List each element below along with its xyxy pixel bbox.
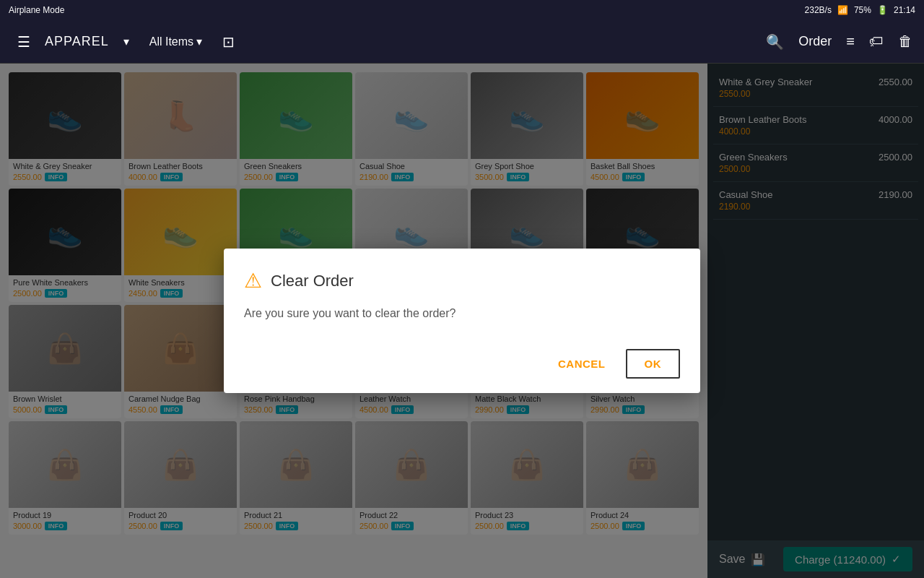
time: 21:14 — [894, 5, 915, 15]
ok-button[interactable]: OK — [626, 349, 681, 379]
warning-icon: ⚠ — [244, 269, 262, 293]
list-icon[interactable]: ≡ — [846, 33, 855, 50]
clear-order-dialog: ⚠ Clear Order Are you sure you want to c… — [224, 249, 700, 393]
all-items-dropdown[interactable]: All Items ▾ — [149, 35, 202, 48]
search-icon[interactable]: 🔍 — [766, 33, 784, 51]
order-label: Order — [798, 34, 832, 49]
photo-icon[interactable]: ⊡ — [222, 33, 235, 51]
status-bar: Airplane Mode 232B/s 📶 75% 🔋 21:14 — [0, 0, 924, 20]
status-bar-right: 232B/s 📶 75% 🔋 21:14 — [805, 5, 915, 15]
cancel-button[interactable]: CANCEL — [544, 349, 620, 379]
dialog-title-row: ⚠ Clear Order — [244, 269, 680, 293]
dialog-actions: CANCEL OK — [244, 349, 680, 379]
airplane-mode-label: Airplane Mode — [9, 5, 64, 15]
network-speed: 232B/s — [805, 5, 832, 15]
nav-right: 🔍 Order ≡ 🏷 🗑 — [766, 33, 912, 51]
wifi-icon: 📶 — [837, 5, 848, 15]
menu-icon[interactable]: ☰ — [12, 27, 36, 56]
main-layout: 👟 White & Grey Sneaker 2550.00 INFO 👢 Br… — [0, 64, 924, 578]
brand-label: APPAREL — [45, 34, 109, 49]
brand-arrow-icon: ▾ — [123, 35, 129, 48]
dialog-message: Are you sure you want to clear the order… — [244, 307, 680, 320]
delete-icon[interactable]: 🗑 — [898, 33, 912, 50]
all-items-arrow-icon: ▾ — [196, 35, 202, 48]
dialog-title: Clear Order — [271, 272, 354, 290]
tag-icon[interactable]: 🏷 — [869, 33, 884, 50]
battery-level: 75% — [854, 5, 871, 15]
top-nav: ☰ APPAREL ▾ All Items ▾ ⊡ 🔍 Order ≡ 🏷 🗑 — [0, 20, 924, 64]
dialog-overlay: ⚠ Clear Order Are you sure you want to c… — [0, 64, 924, 578]
battery-icon: 🔋 — [877, 5, 888, 15]
all-items-label: All Items — [149, 35, 193, 48]
brand-dropdown[interactable]: ▾ — [123, 35, 129, 48]
